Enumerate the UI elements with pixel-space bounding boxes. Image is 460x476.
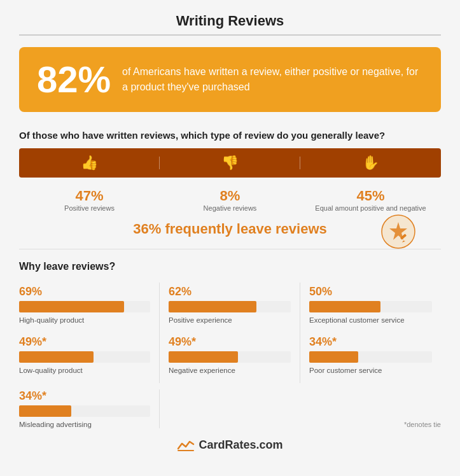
hand-icon: ✋ <box>362 155 379 171</box>
bar-misleading: 34%* Misleading advertising <box>19 389 160 428</box>
denotes-tie-container: *denotes tie <box>300 389 441 428</box>
review-bar-positive: 👍 <box>19 155 160 171</box>
page-title: Writing Reviews <box>19 13 441 36</box>
stat-banner: 82% of Americans have written a review, … <box>19 47 441 112</box>
svg-rect-4 <box>178 450 194 451</box>
bar-exc-service: 50% Exceptional customer service <box>300 283 441 333</box>
review-bar-negative: 👎 <box>160 155 300 171</box>
review-stats: 47% Positive reviews 8% Negative reviews… <box>19 188 441 212</box>
equal-label: Equal amount positive and negative <box>315 204 426 212</box>
bar-fill-low-quality <box>19 351 94 363</box>
thumbs-down-icon: 👎 <box>221 155 239 171</box>
equal-pct: 45% <box>356 188 384 204</box>
bar-fill-negative-exp <box>169 351 238 363</box>
bottom-row: 34%* Misleading advertising *denotes tie <box>19 389 441 428</box>
review-bar-equal: ✋ <box>300 155 441 171</box>
footer: CardRates.com <box>19 438 441 452</box>
big-stat: 82% <box>37 61 111 98</box>
bar-positive-exp: 62% Positive experience <box>160 283 300 333</box>
frequent-wrapper: 36% frequently leave reviews <box>19 221 441 237</box>
bar-fill-high-quality <box>19 301 124 312</box>
bar-fill-poor-service <box>309 351 358 363</box>
bar-poor-service: 34%* Poor customer service <box>300 333 441 383</box>
thumbs-up-icon: 👍 <box>81 155 98 171</box>
section-divider <box>19 249 441 249</box>
bar-negative-exp: 49%* Negative experience <box>160 333 300 383</box>
bars-grid: 69% High-quality product 62% Positive ex… <box>19 283 441 383</box>
review-question: Of those who have written reviews, which… <box>19 130 441 141</box>
why-title: Why leave reviews? <box>19 261 441 272</box>
positive-label: Positive reviews <box>64 204 115 212</box>
review-type-bar: 👍 👎 ✋ <box>19 148 441 178</box>
footer-logo-text: CardRates.com <box>199 438 282 452</box>
stat-positive: 47% Positive reviews <box>19 188 160 212</box>
frequent-text: 36% frequently leave reviews <box>19 221 441 237</box>
middle-empty <box>160 389 300 428</box>
page-container: Writing Reviews 82% of Americans have wr… <box>0 0 460 465</box>
denotes-tie: *denotes tie <box>404 421 441 428</box>
positive-pct: 47% <box>75 188 103 204</box>
bar-fill-exc-service <box>309 301 380 312</box>
banner-text: of Americans have written a review, eith… <box>122 64 423 95</box>
cardrates-logo-icon <box>177 439 195 452</box>
negative-pct: 8% <box>220 188 240 204</box>
negative-label: Negative reviews <box>204 204 257 212</box>
stat-negative: 8% Negative reviews <box>160 188 300 212</box>
bar-fill-positive-exp <box>169 301 256 312</box>
bar-high-quality: 69% High-quality product <box>19 283 160 333</box>
stat-equal: 45% Equal amount positive and negative <box>300 188 441 212</box>
bar-low-quality: 49%* Low-quality product <box>19 333 160 383</box>
review-star-icon <box>381 214 415 249</box>
bar-fill-misleading <box>19 405 71 417</box>
